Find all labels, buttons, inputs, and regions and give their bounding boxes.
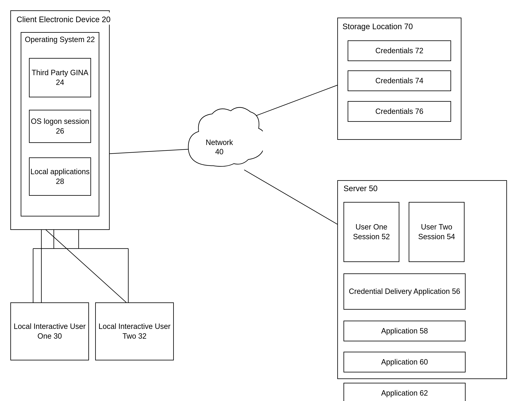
local-apps-box: Local applications 28 [29,157,91,196]
network-cloud: Network 40 [176,99,263,178]
local-apps-label: Local applications 28 [30,167,90,186]
app58-label: Application 58 [381,326,428,336]
cred72-box: Credentials 72 [348,40,451,61]
svg-line-4 [41,226,126,302]
cda-box: Credential Delivery Application 56 [343,273,466,310]
cred74-label: Credentials 74 [375,76,423,86]
svg-text:40: 40 [215,148,223,156]
user-two-box: Local Interactive User Two 32 [95,302,174,360]
cloud-svg: Network 40 [176,99,263,178]
storage-label: Storage Location 70 [340,20,413,32]
user-two-label: Local Interactive User Two 32 [96,322,173,341]
svg-text:Network: Network [206,138,233,147]
svg-line-2 [244,170,343,228]
user-one-session-label: User One Session 52 [344,222,399,242]
cred74-box: Credentials 74 [348,71,451,91]
cred76-label: Credentials 76 [375,107,423,116]
user-one-session-box: User One Session 52 [343,202,399,262]
logon-box: OS logon session 26 [29,110,91,143]
app60-label: Application 60 [381,357,428,367]
server-label: Server 50 [342,182,378,194]
client-device-label: Client Electronic Device 20 [13,13,110,25]
app58-box: Application 58 [343,321,466,341]
diagram: Client Electronic Device 20 Operating Sy… [0,0,532,401]
user-two-session-box: User Two Session 54 [409,202,465,262]
app62-label: Application 62 [381,388,428,398]
user-one-box: Local Interactive User One 30 [10,302,89,360]
app60-box: Application 60 [343,352,466,372]
gina-label: Third Party GINA 24 [30,68,90,87]
user-one-label: Local Interactive User One 30 [11,322,88,341]
os-label: Operating System 22 [23,33,95,45]
user-two-session-label: User Two Session 54 [409,222,464,242]
logon-label: OS logon session 26 [30,116,90,136]
app62-box: Application 62 [343,383,466,401]
gina-box: Third Party GINA 24 [29,58,91,97]
cda-label: Credential Delivery Application 56 [349,287,460,296]
cred72-label: Credentials 72 [375,46,423,56]
cred76-box: Credentials 76 [348,101,451,122]
